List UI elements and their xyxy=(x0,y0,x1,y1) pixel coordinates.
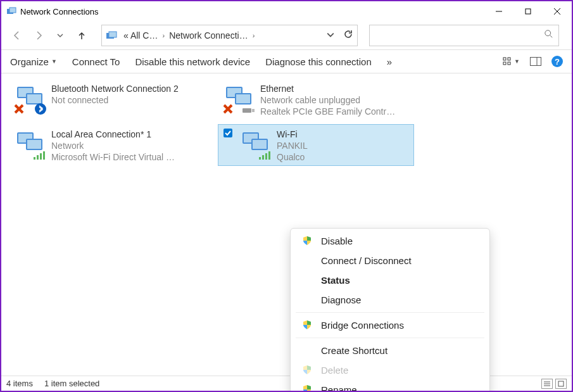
svg-rect-42 xyxy=(268,151,270,160)
details-view-button[interactable] xyxy=(541,379,553,389)
command-bar: Organize ▼ Connect To Disable this netwo… xyxy=(1,49,572,73)
svg-rect-30 xyxy=(27,140,41,149)
svg-rect-32 xyxy=(37,155,39,160)
context-menu-bridge[interactable]: Bridge Connections xyxy=(291,315,489,335)
connect-to-button[interactable]: Connect To xyxy=(72,56,120,67)
svg-rect-40 xyxy=(262,155,264,160)
context-menu-connect[interactable]: Connect / Disconnect xyxy=(291,251,489,270)
svg-rect-7 xyxy=(109,32,116,37)
svg-rect-14 xyxy=(531,58,541,66)
svg-rect-19 xyxy=(27,94,41,103)
shield-icon xyxy=(302,320,312,330)
shield-icon xyxy=(302,365,312,375)
organize-menu[interactable]: Organize ▼ xyxy=(10,56,57,67)
connection-detail: Qualco xyxy=(277,151,308,163)
status-item-count: 4 items xyxy=(6,379,33,388)
svg-rect-31 xyxy=(34,157,35,160)
more-commands-button[interactable]: » xyxy=(387,56,392,67)
connection-icon xyxy=(15,83,45,113)
maximize-button[interactable] xyxy=(513,2,543,21)
chevron-right-icon[interactable]: › xyxy=(251,32,257,39)
refresh-button[interactable] xyxy=(343,29,353,42)
svg-rect-3 xyxy=(526,9,531,14)
navigation-bar: « All C… › Network Connecti… › xyxy=(1,22,572,49)
connection-status: Not connected xyxy=(51,94,179,106)
address-bar[interactable]: « All C… › Network Connecti… › xyxy=(101,25,358,46)
context-menu-delete: Delete xyxy=(291,360,489,380)
connection-detail: Microsoft Wi-Fi Direct Virtual … xyxy=(51,151,175,163)
connection-name: Ethernet xyxy=(260,83,395,94)
context-menu: Disable Connect / Disconnect Status Diag… xyxy=(290,228,490,392)
connection-item-wifi[interactable]: Wi-Fi PANKIL Qualco xyxy=(218,124,414,166)
connection-name: Local Area Connection* 1 xyxy=(51,129,175,140)
svg-rect-26 xyxy=(252,109,255,112)
search-icon xyxy=(545,30,553,41)
svg-rect-38 xyxy=(253,140,267,149)
svg-rect-25 xyxy=(242,108,251,113)
context-menu-separator xyxy=(296,312,484,313)
window-icon xyxy=(6,6,16,16)
forward-button[interactable] xyxy=(29,26,48,45)
context-menu-diagnose[interactable]: Diagnose xyxy=(291,290,489,310)
svg-point-20 xyxy=(35,103,46,115)
connection-status: Network cable unplugged xyxy=(260,94,395,106)
connection-icon xyxy=(224,83,254,113)
window-controls xyxy=(484,2,572,21)
search-input[interactable] xyxy=(369,25,559,46)
view-options-button[interactable]: ▼ xyxy=(503,57,520,66)
content-area: Bluetooth Network Connection 2 Not conne… xyxy=(1,73,572,376)
chevron-down-icon: ▼ xyxy=(51,58,57,65)
context-menu-disable[interactable]: Disable xyxy=(291,231,489,251)
svg-rect-41 xyxy=(265,153,267,160)
context-menu-separator xyxy=(296,338,484,338)
back-button[interactable] xyxy=(8,26,27,45)
connection-status: PANKIL xyxy=(277,140,308,151)
shield-icon xyxy=(302,236,312,246)
location-icon xyxy=(106,30,117,41)
svg-rect-39 xyxy=(259,157,261,160)
svg-point-8 xyxy=(545,30,551,35)
address-dropdown-button[interactable] xyxy=(327,30,334,41)
chevron-down-icon: ▼ xyxy=(514,58,520,65)
context-menu-rename[interactable]: Rename xyxy=(291,380,489,392)
connection-item-ethernet[interactable]: Ethernet Network cable unplugged Realtek… xyxy=(218,79,414,120)
svg-line-9 xyxy=(550,35,553,37)
svg-rect-1 xyxy=(9,8,16,13)
minimize-button[interactable] xyxy=(484,2,513,21)
connection-icon xyxy=(240,129,270,159)
up-button[interactable] xyxy=(72,26,91,45)
context-menu-shortcut[interactable]: Create Shortcut xyxy=(291,341,489,360)
connection-item-local-area[interactable]: Local Area Connection* 1 Network Microso… xyxy=(9,124,205,166)
breadcrumb-current[interactable]: Network Connecti… xyxy=(167,30,251,41)
chevron-right-icon[interactable]: › xyxy=(160,32,167,39)
svg-rect-46 xyxy=(558,381,564,386)
connection-icon xyxy=(15,129,45,159)
svg-rect-10 xyxy=(503,58,506,60)
diagnose-connection-button[interactable]: Diagnose this connection xyxy=(265,56,372,67)
connection-item-bluetooth[interactable]: Bluetooth Network Connection 2 Not conne… xyxy=(9,79,205,120)
connection-status: Network xyxy=(51,140,175,151)
svg-rect-13 xyxy=(508,62,510,65)
disable-device-button[interactable]: Disable this network device xyxy=(135,56,250,67)
close-button[interactable] xyxy=(543,2,572,21)
connection-name: Wi-Fi xyxy=(277,129,308,140)
svg-rect-34 xyxy=(43,151,45,160)
preview-pane-button[interactable] xyxy=(530,57,541,66)
svg-rect-12 xyxy=(503,62,506,65)
window-title: Network Connections xyxy=(20,7,484,16)
status-item-selected: 1 item selected xyxy=(44,379,99,388)
selection-checkbox[interactable] xyxy=(224,129,232,137)
svg-rect-33 xyxy=(40,153,42,160)
shield-icon xyxy=(302,384,312,392)
svg-rect-11 xyxy=(508,58,510,60)
breadcrumb-root[interactable]: « All C… xyxy=(121,30,160,41)
recent-locations-button[interactable] xyxy=(51,26,70,45)
large-icons-view-button[interactable] xyxy=(555,379,567,389)
connection-name: Bluetooth Network Connection 2 xyxy=(51,83,179,94)
connection-detail: Realtek PCIe GBE Family Contr… xyxy=(260,106,395,117)
context-menu-status[interactable]: Status xyxy=(291,270,489,290)
help-button[interactable]: ? xyxy=(551,56,563,67)
title-bar: Network Connections xyxy=(1,1,572,22)
svg-rect-24 xyxy=(236,94,250,103)
